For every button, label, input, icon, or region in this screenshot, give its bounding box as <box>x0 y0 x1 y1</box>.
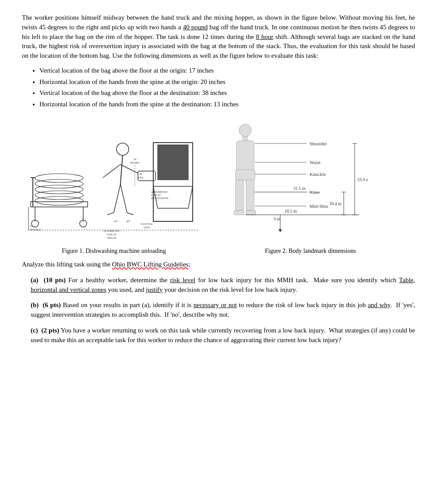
figure-captions-row: Figure 1. Dishwashing machine unloading … <box>22 247 415 256</box>
svg-text:16: 16 <box>30 224 33 228</box>
svg-line-17 <box>120 155 123 184</box>
svg-point-5 <box>35 196 83 205</box>
svg-point-8 <box>35 179 83 188</box>
svg-text:40: 40 <box>139 173 142 175</box>
svg-point-16 <box>116 143 129 155</box>
svg-point-6 <box>35 191 83 200</box>
svg-line-20 <box>114 184 120 213</box>
svg-rect-48 <box>236 180 243 210</box>
svg-text:LINE AT: LINE AT <box>151 194 161 196</box>
svg-text:ORIGIN: ORIGIN <box>107 237 117 239</box>
svg-text:53.9 in: 53.9 in <box>357 177 368 182</box>
dimensions-list: Vertical location of the bag above the f… <box>39 66 415 109</box>
svg-text:18.5 in: 18.5 in <box>285 209 297 214</box>
svg-text:Mid-Shin: Mid-Shin <box>310 203 328 209</box>
svg-text:ASYMMETRY: ASYMMETRY <box>151 191 168 193</box>
figure2-svg: Shoulder Waist Knuckle Knee Mid-Shin 53.… <box>219 121 368 234</box>
svg-rect-49 <box>246 180 254 210</box>
svg-line-18 <box>103 164 120 178</box>
svg-text:45°: 45° <box>126 220 130 223</box>
svg-line-21 <box>120 184 127 213</box>
svg-text:LINE AT: LINE AT <box>107 233 116 236</box>
svg-text:LINE: LINE <box>144 226 150 229</box>
figure2-caption: Figure 2. Body landmark dimensions <box>206 247 415 256</box>
svg-text:Shoulder: Shoulder <box>310 141 327 146</box>
svg-text:Knee: Knee <box>310 189 320 195</box>
svg-line-19 <box>120 164 138 173</box>
svg-point-9 <box>35 174 83 182</box>
svg-text:39.4 in: 39.4 in <box>329 201 342 206</box>
svg-rect-51 <box>246 210 256 215</box>
svg-line-22 <box>107 213 114 215</box>
bullet-2: Horizontal location of the hands from th… <box>39 77 415 87</box>
svg-rect-45 <box>243 136 248 141</box>
bullet-3: Vertical location of the bag above the f… <box>39 88 415 98</box>
figure2-area: Shoulder Waist Knuckle Knee Mid-Shin 53.… <box>219 116 415 234</box>
question-c: (c) (2 pts) You have a worker returning … <box>31 326 415 345</box>
svg-text:9 in: 9 in <box>274 217 280 221</box>
figure1-caption: Figure 1. Dishwashing machine unloading <box>22 247 206 256</box>
svg-text:LBS: LBS <box>138 176 143 179</box>
svg-rect-25 <box>158 145 188 180</box>
analyze-text: Analyze this lifting task using the Ohio… <box>22 260 415 270</box>
svg-text:34: 34 <box>134 158 136 161</box>
svg-marker-76 <box>278 229 282 232</box>
svg-text:INCHES: INCHES <box>130 161 140 164</box>
question-b: (b) (6 pts) Based on your results in par… <box>31 301 415 320</box>
questions-section: (a) (10 pts) For a healthy worker, deter… <box>31 276 415 345</box>
svg-point-44 <box>239 124 251 136</box>
svg-rect-50 <box>234 210 244 215</box>
svg-rect-46 <box>236 141 254 172</box>
ohio-bwc-link[interactable]: Ohio BWC Lifting Guidelies <box>112 261 189 268</box>
svg-text:Waist: Waist <box>310 160 321 165</box>
svg-point-7 <box>35 185 83 194</box>
svg-rect-47 <box>236 170 255 181</box>
svg-text:INCHES: INCHES <box>30 228 41 231</box>
bullet-4: Horizontal location of the hands from th… <box>39 100 415 109</box>
svg-line-23 <box>127 213 134 215</box>
svg-rect-0 <box>31 202 88 207</box>
svg-text:31.5 in: 31.5 in <box>293 186 306 191</box>
figure1-svg: 16 INCHES 40 LBS 3 <box>26 116 201 239</box>
figures-container: 16 INCHES 40 LBS 3 <box>22 116 415 239</box>
svg-text:Knuckle: Knuckle <box>310 172 326 177</box>
bullet-1: Vertical location of the bag above the f… <box>39 66 415 76</box>
svg-text:SAGITTAL: SAGITTAL <box>141 223 153 225</box>
question-a: (a) (10 pts) For a healthy worker, deter… <box>31 276 415 295</box>
intro-paragraph: The worker positions himself midway betw… <box>22 13 415 61</box>
svg-text:DESTINATION: DESTINATION <box>151 197 169 200</box>
svg-text:45°: 45° <box>114 220 118 223</box>
figure1-area: 16 INCHES 40 LBS 3 <box>22 116 206 239</box>
